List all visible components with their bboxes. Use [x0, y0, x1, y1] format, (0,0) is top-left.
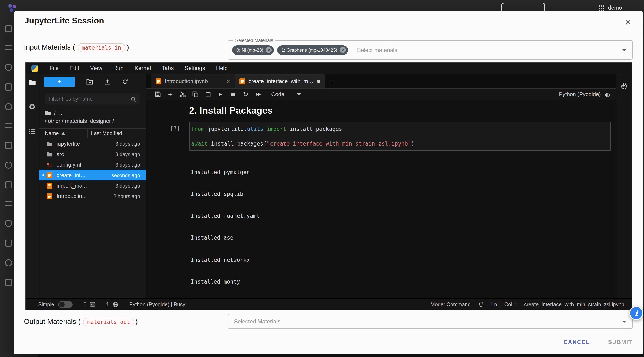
paste-cells-icon[interactable] [202, 91, 214, 97]
filter-files-input[interactable] [49, 96, 131, 102]
menu-edit[interactable]: Edit [64, 65, 85, 71]
app-sidebar-icon[interactable] [5, 103, 12, 110]
app-sidebar-icon[interactable] [5, 84, 12, 91]
output-materials-label: Output Materials (materials_out) [24, 316, 138, 328]
code-cell-container: [7]: from jupyterlite.utils import insta… [189, 122, 611, 151]
menu-view[interactable]: View [85, 65, 108, 71]
run-cell-icon[interactable]: ▶ [214, 92, 227, 97]
restart-run-all-icon[interactable] [252, 92, 264, 96]
kernel-status-icon[interactable]: ◐ [605, 91, 610, 98]
simple-mode-toggle[interactable] [58, 301, 72, 308]
menu-settings[interactable]: Settings [179, 65, 211, 71]
app-sidebar-icon[interactable] [5, 181, 12, 188]
remove-chip-icon[interactable]: × [266, 47, 272, 53]
selected-materials-select[interactable]: Selected Materials 0: Ni (mp-23) × 1: Gr… [228, 40, 633, 60]
notifications-icon[interactable] [478, 301, 484, 307]
new-launcher-button[interactable]: + [44, 77, 75, 87]
python-logo-icon [32, 65, 38, 72]
app-sidebar-icon[interactable] [5, 45, 12, 51]
app-sidebar-icon[interactable] [5, 142, 12, 149]
menu-kernel[interactable]: Kernel [129, 65, 156, 71]
running-sessions-icon[interactable] [29, 104, 35, 110]
file-browser-tab-icon[interactable] [28, 79, 36, 86]
upload-icon[interactable] [104, 79, 111, 85]
material-chip[interactable]: 1: Graphene (mp-1040425) × [277, 45, 348, 55]
insert-cell-icon[interactable]: + [164, 90, 176, 98]
cancel-button[interactable]: CANCEL [564, 339, 590, 345]
close-tab-icon[interactable]: × [227, 78, 230, 85]
breadcrumb-path[interactable]: / other / materials_designer / [45, 118, 114, 124]
column-last-modified[interactable]: Last Modified [87, 129, 146, 138]
notebook-toolbar: + ▶ ■ ↻ [146, 89, 616, 100]
refresh-icon[interactable] [122, 79, 128, 85]
select-materials-placeholder[interactable]: Select materials [357, 47, 397, 53]
terminals-count[interactable]: 0 [84, 301, 86, 307]
file-list: jupyterlite 3 days ago src 3 days ago Y: [39, 138, 146, 298]
material-chip[interactable]: 0: Ni (mp-23) × [232, 45, 274, 55]
notebook-icon [156, 78, 162, 84]
app-sidebar-icon[interactable] [5, 201, 12, 207]
notebook-icon [46, 183, 52, 189]
mode-indicator[interactable]: Mode: Command [430, 301, 471, 307]
remove-chip-icon[interactable]: × [340, 47, 346, 53]
chevron-down-icon[interactable] [622, 49, 626, 53]
file-row[interactable]: src 3 days ago [39, 149, 146, 159]
column-name[interactable]: Name [39, 129, 87, 138]
notebook-content[interactable]: 2. Install Packages [7]: from jupyterlit… [146, 100, 616, 298]
menu-tabs[interactable]: Tabs [156, 65, 179, 71]
globe-icon[interactable] [112, 301, 118, 307]
file-row[interactable]: import_ma... 3 days ago [39, 180, 146, 191]
app-sidebar-icon[interactable] [5, 220, 12, 227]
kernel-name[interactable]: Python (Pyodide) [559, 91, 600, 97]
cell-type-value: Code [271, 91, 284, 97]
filter-files-box[interactable] [45, 94, 140, 105]
menu-run[interactable]: Run [108, 65, 129, 71]
file-row[interactable]: jupyterlite 3 days ago [39, 138, 146, 149]
file-row[interactable]: Y: config.yml 3 days ago [39, 159, 146, 170]
stop-kernel-icon[interactable]: ■ [227, 92, 240, 97]
file-name: import_ma... [56, 182, 102, 189]
app-sidebar-icon[interactable] [5, 162, 12, 169]
terminal-icon[interactable] [90, 302, 95, 307]
code-cell[interactable]: from jupyterlite.utils import install_pa… [189, 122, 611, 151]
tab-introduction[interactable]: Introduction.ipynb × [151, 74, 235, 88]
output-select-value: Selected Materials [234, 318, 280, 324]
user-label[interactable]: demo [608, 5, 622, 11]
copy-cells-icon[interactable] [189, 91, 202, 97]
app-sidebar-icon[interactable] [5, 259, 12, 266]
table-of-contents-icon[interactable] [29, 129, 36, 134]
kernels-count[interactable]: 1 [106, 301, 109, 307]
new-folder-icon[interactable] [86, 79, 93, 85]
unsaved-changes-dot[interactable] [317, 80, 320, 83]
menu-file[interactable]: File [44, 65, 64, 71]
cursor-position[interactable]: Ln 1, Col 1 [491, 301, 516, 307]
submit-button[interactable]: SUBMIT [608, 339, 632, 345]
close-icon[interactable]: × [622, 16, 634, 29]
restart-kernel-icon[interactable]: ↻ [240, 90, 252, 98]
apps-grid-icon[interactable] [599, 6, 604, 11]
app-sidebar-icon[interactable] [5, 239, 12, 247]
app-sidebar-icon[interactable] [5, 279, 12, 286]
output-materials-select[interactable]: Selected Materials [228, 314, 633, 329]
file-row[interactable]: Introductio... 2 hours ago [39, 191, 146, 201]
screen: demo JupyterLite Session × Input Materia… [0, 0, 644, 357]
kernel-status-label[interactable]: Python (Pyodide) | Busy [129, 301, 185, 307]
breadcrumb-root[interactable]: / … [54, 110, 62, 116]
jupyterlite-session-modal: JupyterLite Session × Input Materials (m… [14, 11, 643, 354]
add-tab-icon[interactable]: + [325, 74, 339, 88]
jupyterlab-frame: File Edit View Run Kernel Tabs Settings … [25, 62, 632, 310]
folder-icon [46, 152, 53, 157]
app-sidebar-icon[interactable] [5, 25, 12, 32]
chevron-down-icon[interactable] [622, 320, 626, 325]
save-icon[interactable] [151, 92, 164, 97]
cell-type-select[interactable]: Code [271, 91, 301, 97]
file-row-selected[interactable]: create_int... seconds ago [39, 170, 146, 180]
app-sidebar-icon[interactable] [5, 123, 12, 129]
app-sidebar-icon[interactable] [5, 64, 12, 71]
tab-create-interface[interactable]: create_interface_with_min_… [235, 74, 325, 88]
folder-icon[interactable] [45, 110, 51, 115]
menu-help[interactable]: Help [210, 65, 233, 71]
gear-icon[interactable] [620, 83, 628, 90]
cut-cells-icon[interactable] [176, 91, 189, 97]
info-button[interactable]: i [629, 306, 643, 320]
